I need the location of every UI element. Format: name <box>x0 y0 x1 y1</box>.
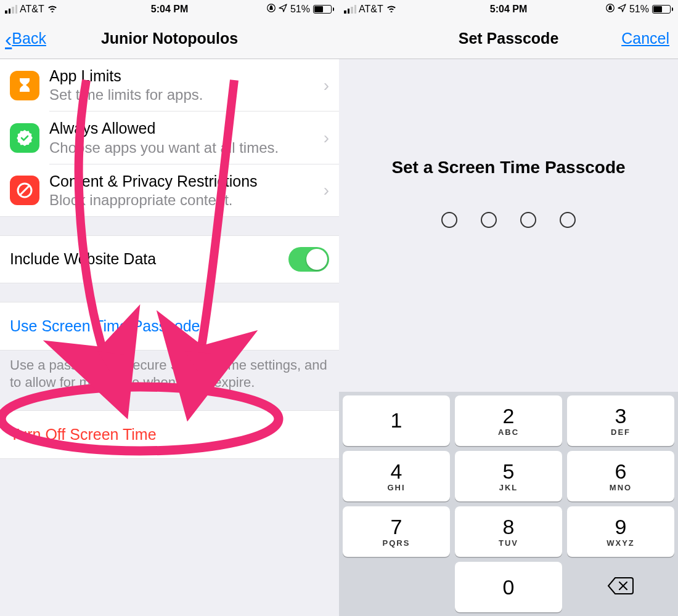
key-num: 6 <box>615 461 627 482</box>
row-app-limits[interactable]: App Limits Set time limits for apps. › <box>0 59 339 111</box>
numeric-keypad: 1 2 ABC 3 DEF 4 GHI 5 JKL 6 MNO <box>339 392 678 616</box>
key-num: 9 <box>615 516 627 537</box>
battery-icon <box>313 5 334 14</box>
key-letters: WXYZ <box>607 538 635 548</box>
status-time: 5:04 PM <box>454 4 563 15</box>
key-num: 2 <box>503 405 515 426</box>
signal-icon <box>5 5 17 14</box>
chevron-right-icon: › <box>320 128 329 148</box>
key-delete[interactable] <box>567 562 674 612</box>
settings-list: App Limits Set time limits for apps. › A… <box>0 59 339 217</box>
key-9[interactable]: 9 WXYZ <box>567 506 674 557</box>
row-include-website-data[interactable]: Include Website Data <box>0 235 339 283</box>
key-6[interactable]: 6 MNO <box>567 451 674 501</box>
key-letters: TUV <box>499 538 518 548</box>
status-bar: AT&T 5:04 PM 51% <box>339 0 678 18</box>
wifi-icon <box>386 4 397 15</box>
passcode-dot <box>441 212 457 228</box>
backspace-icon <box>607 575 635 599</box>
nav-bar: Set Passcode Cancel <box>339 18 678 59</box>
row-content-privacy[interactable]: Content & Privacy Restrictions Block ina… <box>0 164 339 217</box>
wifi-icon <box>47 4 58 15</box>
page-title: Junior Notopoulos <box>101 30 238 47</box>
passcode-footer-text: Use a passcode to secure Screen Time set… <box>0 351 339 392</box>
passcode-dot <box>520 212 536 228</box>
website-data-label: Include Website Data <box>10 250 156 268</box>
svg-line-2 <box>20 186 29 195</box>
carrier-label: AT&T <box>20 4 44 15</box>
key-letters: JKL <box>499 483 518 492</box>
battery-icon <box>652 5 673 14</box>
signal-icon <box>344 5 356 14</box>
cancel-button[interactable]: Cancel <box>621 30 669 47</box>
hourglass-icon <box>10 71 39 100</box>
key-letters: PQRS <box>383 538 410 548</box>
row-subtitle: Set time limits for apps. <box>49 86 320 104</box>
passcode-prompt: Set a Screen Time Passcode <box>391 158 625 177</box>
key-num: 3 <box>615 405 627 426</box>
back-button[interactable]: ‹ Back <box>5 28 46 49</box>
no-entry-icon <box>10 176 39 205</box>
turn-off-screen-time-button[interactable]: Turn Off Screen Time <box>0 410 339 459</box>
key-0[interactable]: 0 <box>455 562 562 612</box>
chevron-right-icon: › <box>320 180 329 200</box>
battery-pct: 51% <box>290 4 310 15</box>
key-num: 5 <box>503 461 515 482</box>
status-time: 5:04 PM <box>115 4 224 15</box>
row-title: App Limits <box>49 67 320 86</box>
website-data-toggle[interactable] <box>288 247 329 272</box>
lock-icon <box>606 3 615 15</box>
chevron-left-icon: ‹ <box>5 28 12 49</box>
cancel-label: Cancel <box>621 30 669 47</box>
use-screen-time-passcode-button[interactable]: Use Screen Time Passcode <box>0 302 339 351</box>
chevron-right-icon: › <box>320 76 329 95</box>
key-num: 0 <box>503 577 515 598</box>
lock-icon <box>267 3 276 15</box>
nav-bar: ‹ Back Junior Notopoulos <box>0 18 339 59</box>
row-title: Content & Privacy Restrictions <box>49 172 320 191</box>
row-subtitle: Block inappropriate content. <box>49 191 320 209</box>
status-bar: AT&T 5:04 PM 51% <box>0 0 339 18</box>
key-letters: DEF <box>611 428 631 437</box>
row-always-allowed[interactable]: Always Allowed Choose apps you want at a… <box>0 111 339 164</box>
location-icon <box>618 4 626 15</box>
key-letters: MNO <box>610 483 632 492</box>
key-num: 7 <box>391 516 402 537</box>
key-5[interactable]: 5 JKL <box>455 451 562 501</box>
key-num: 4 <box>391 461 402 482</box>
key-num: 1 <box>391 410 402 431</box>
battery-pct: 51% <box>629 4 649 15</box>
key-letters: GHI <box>387 483 405 492</box>
checkmark-seal-icon <box>10 123 39 153</box>
key-1[interactable]: 1 <box>343 395 450 446</box>
location-icon <box>279 4 287 15</box>
back-label: Back <box>12 30 46 47</box>
key-8[interactable]: 8 TUV <box>455 506 562 557</box>
passcode-dot <box>560 212 576 228</box>
carrier-label: AT&T <box>359 4 383 15</box>
use-passcode-label: Use Screen Time Passcode <box>10 317 200 334</box>
key-3[interactable]: 3 DEF <box>567 395 674 446</box>
row-title: Always Allowed <box>49 119 320 138</box>
left-screenshot: AT&T 5:04 PM 51% ‹ Back Junior Notopoulo… <box>0 0 339 616</box>
key-7[interactable]: 7 PQRS <box>343 506 450 557</box>
key-letters: ABC <box>498 428 519 437</box>
key-4[interactable]: 4 GHI <box>343 451 450 501</box>
page-title: Set Passcode <box>459 30 559 47</box>
passcode-dots <box>339 212 678 228</box>
right-screenshot: AT&T 5:04 PM 51% Set Passcode Cancel S <box>339 0 678 616</box>
turn-off-label: Turn Off Screen Time <box>10 426 157 443</box>
key-2[interactable]: 2 ABC <box>455 395 562 446</box>
row-subtitle: Choose apps you want at all times. <box>49 139 320 157</box>
passcode-dot <box>481 212 497 228</box>
key-blank <box>343 562 450 612</box>
key-num: 8 <box>503 516 515 537</box>
